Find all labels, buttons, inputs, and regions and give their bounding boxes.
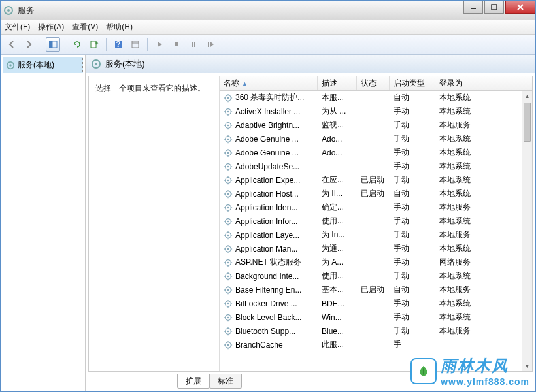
stop-service-button[interactable] (169, 37, 184, 52)
scroll-up-icon[interactable]: ▲ (522, 91, 532, 101)
svg-point-100 (227, 275, 229, 277)
service-desc: BDE... (318, 299, 357, 308)
service-desc: 确定... (318, 202, 357, 213)
services-body: 选择一个项目来查看它的描述。 名称▲ 描述 状态 启动类型 登录为 360 杀毒… (88, 76, 533, 372)
service-row[interactable]: Adaptive Brightn...监视...手动本地服务 (220, 118, 532, 132)
content-area: 服务(本地) 服务(本地) 选择一个项目来查看它的描述。 名称▲ 描述 状态 启… (1, 54, 535, 391)
service-row[interactable]: Background Inte...使用...手动本地系统 (220, 269, 532, 283)
service-desc: 在应... (318, 174, 357, 186)
service-row[interactable]: Base Filtering En...基本...已启动自动本地服务 (220, 283, 532, 297)
service-row[interactable]: BitLocker Drive ...BDE...手动本地系统 (220, 297, 532, 310)
service-list: 名称▲ 描述 状态 启动类型 登录为 360 杀毒实时防护...本服...自动本… (220, 76, 532, 371)
column-name[interactable]: 名称▲ (220, 76, 318, 90)
toolbar: ? (1, 35, 535, 54)
service-row[interactable]: Application Infor...使用...手动本地系统 (220, 214, 532, 228)
service-desc: 本服... (318, 92, 357, 103)
service-row[interactable]: Application Man...为通...手动本地系统 (220, 242, 532, 255)
service-row[interactable]: ASP.NET 状态服务为 A...手动网络服务 (220, 255, 532, 269)
close-button[interactable] (505, 1, 535, 14)
export-button[interactable] (87, 37, 101, 52)
menu-action[interactable]: 操作(A) (38, 22, 64, 33)
maximize-button[interactable] (484, 1, 504, 14)
service-desc: Ado... (318, 135, 357, 144)
service-startup: 手动 (390, 229, 435, 240)
service-logon: 本地系统 (435, 188, 494, 199)
service-row[interactable]: AdobeUpdateSe...手动本地系统 (220, 159, 532, 173)
show-hide-tree-button[interactable] (46, 37, 60, 52)
service-row[interactable]: Application Iden...确定...手动本地服务 (220, 201, 532, 214)
column-logon-as[interactable]: 登录为 (435, 76, 494, 90)
service-row[interactable]: Block Level Back...Win...手动本地系统 (220, 310, 532, 324)
column-startup-type[interactable]: 启动类型 (390, 76, 435, 90)
separator (65, 38, 65, 51)
service-row[interactable]: Adobe Genuine ...Ado...手动本地系统 (220, 146, 532, 159)
menu-view[interactable]: 查看(V) (72, 22, 98, 33)
service-row[interactable]: Application Laye...为 In...手动本地服务 (220, 228, 532, 242)
svg-point-124 (227, 330, 229, 332)
svg-point-82 (227, 234, 229, 236)
list-header: 名称▲ 描述 状态 启动类型 登录为 (220, 76, 532, 91)
service-startup: 手动 (390, 202, 435, 213)
column-description[interactable]: 描述 (318, 76, 357, 90)
service-row[interactable]: Bluetooth Supp...Blue...手动本地服务 (220, 324, 532, 338)
menu-help[interactable]: 帮助(H) (106, 22, 133, 33)
service-icon (224, 121, 233, 130)
scroll-thumb[interactable] (524, 103, 531, 142)
minimize-button[interactable] (463, 1, 483, 14)
titlebar[interactable]: 服务 (1, 1, 535, 20)
list-body[interactable]: 360 杀毒实时防护...本服...自动本地系统ActiveX Installe… (220, 91, 532, 371)
service-desc: Blue... (318, 327, 357, 336)
service-logon: 本地系统 (435, 92, 494, 103)
service-startup: 自动 (390, 188, 435, 199)
svg-point-112 (227, 302, 229, 304)
service-status: 已启动 (357, 284, 390, 295)
service-row[interactable]: 360 杀毒实时防护...本服...自动本地系统 (220, 91, 532, 105)
service-name: AdobeUpdateSe... (235, 162, 299, 171)
service-row[interactable]: Adobe Genuine ...Ado...手动本地系统 (220, 132, 532, 146)
svg-rect-3 (492, 5, 497, 10)
scroll-down-icon[interactable]: ▼ (522, 361, 532, 371)
service-icon (224, 93, 233, 103)
column-status[interactable]: 状态 (357, 76, 390, 90)
svg-point-46 (227, 152, 229, 154)
pause-service-button[interactable] (186, 37, 201, 52)
forward-button[interactable] (22, 37, 36, 52)
service-name: ASP.NET 状态服务 (235, 257, 301, 268)
menubar: 文件(F) 操作(A) 查看(V) 帮助(H) (1, 20, 535, 35)
start-service-button[interactable] (152, 37, 167, 52)
menu-file[interactable]: 文件(F) (5, 22, 30, 33)
tree-pane[interactable]: 服务(本地) (1, 55, 86, 391)
svg-point-118 (227, 316, 229, 318)
view-tabs: 扩展 标准 (177, 374, 533, 389)
svg-point-22 (227, 97, 229, 99)
service-startup: 手动 (390, 174, 435, 186)
right-pane-header: 服务(本地) (86, 55, 535, 73)
vertical-scrollbar[interactable]: ▲ ▼ (522, 91, 532, 371)
svg-point-52 (227, 165, 229, 167)
svg-point-64 (227, 193, 229, 195)
service-row[interactable]: BranchCache此服...手 (220, 338, 532, 351)
tab-standard[interactable]: 标准 (209, 374, 242, 389)
service-row[interactable]: Application Host...为 II...已启动自动本地系统 (220, 187, 532, 201)
svg-point-58 (227, 179, 229, 181)
svg-point-130 (227, 344, 229, 346)
service-logon: 本地服务 (435, 202, 494, 213)
service-name: Application Host... (235, 189, 299, 199)
service-logon: 本地服务 (435, 120, 494, 131)
tab-extended[interactable]: 扩展 (177, 374, 210, 389)
back-button[interactable] (5, 37, 19, 52)
service-startup: 手动 (390, 133, 435, 144)
properties-button[interactable] (128, 37, 142, 52)
service-desc: 基本... (318, 284, 357, 295)
help-button[interactable]: ? (111, 37, 126, 52)
service-logon: 本地系统 (435, 243, 494, 254)
svg-rect-11 (132, 41, 139, 48)
service-icon (224, 258, 233, 267)
refresh-button[interactable] (70, 37, 84, 52)
service-row[interactable]: ActiveX Installer ...为从 ...手动本地系统 (220, 105, 532, 118)
restart-service-button[interactable] (203, 37, 218, 52)
service-icon (224, 176, 233, 185)
service-row[interactable]: Application Expe...在应...已启动手动本地系统 (220, 173, 532, 187)
service-icon (224, 327, 233, 336)
tree-root-item[interactable]: 服务(本地) (3, 57, 83, 73)
